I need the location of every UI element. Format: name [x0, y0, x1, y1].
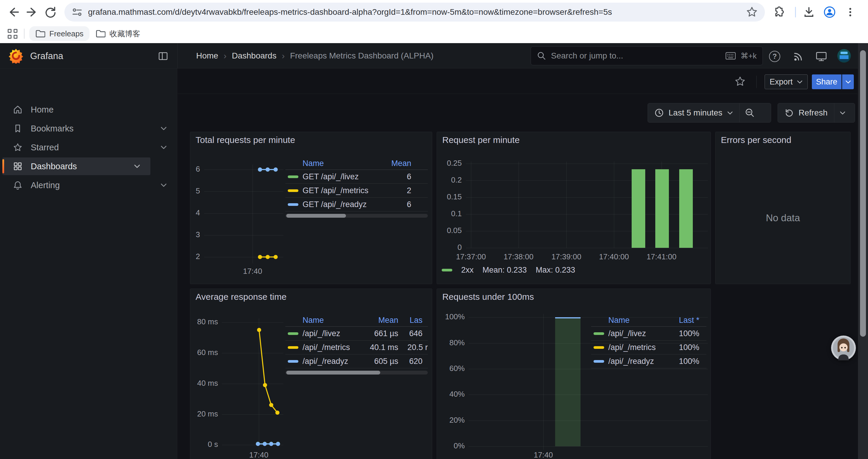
back-icon [10, 8, 18, 16]
share-menu-button[interactable] [842, 74, 854, 89]
panel-title[interactable]: Total requests per minute [195, 135, 295, 145]
legend-header-name[interactable]: Name [303, 159, 379, 168]
sidebar-item-label: Dashboards [31, 162, 77, 171]
site-settings-icon[interactable] [71, 6, 83, 18]
series-label[interactable]: 2xx [461, 266, 473, 275]
y-tick-label: 80% [438, 338, 465, 347]
breadcrumb-separator: › [224, 51, 226, 61]
url-bar[interactable]: grafana.mathmast.com/d/deytv4rwavabkb/fr… [64, 3, 765, 22]
legend-row[interactable]: GET /api/_/livez 6 [285, 170, 428, 184]
time-range-picker[interactable]: Last 5 minutes [648, 103, 740, 122]
back-button[interactable] [6, 5, 21, 19]
browser-menu-button[interactable] [843, 5, 857, 19]
downloads-button[interactable] [802, 5, 816, 19]
data-point [275, 411, 279, 415]
series-color-pill [593, 346, 604, 349]
legend-header-last[interactable]: Last * [671, 316, 706, 325]
extensions-button[interactable] [771, 5, 785, 19]
legend-row[interactable]: GET /api/_/metrics 2 [285, 184, 428, 198]
legend-row[interactable]: /api/_/metrics 100% [591, 340, 706, 355]
help-button[interactable]: ? [768, 50, 781, 63]
apps-grid-icon[interactable] [8, 29, 18, 39]
toolbar-actions [771, 5, 862, 19]
scrollbar-thumb[interactable] [860, 50, 866, 337]
legend-scrollbar[interactable] [285, 214, 428, 218]
chevron-down-icon[interactable] [160, 126, 167, 131]
display-button[interactable] [815, 50, 828, 63]
star-icon [735, 76, 746, 87]
legend-row[interactable]: /api/_/readyz 605 µs 620 [285, 355, 428, 368]
bookmark-star-icon[interactable] [746, 6, 758, 18]
legend-header-mean[interactable]: Mean [362, 316, 398, 325]
sidebar-item-dashboards[interactable]: Dashboards [2, 157, 150, 175]
sidebar-item-starred[interactable]: Starred [0, 138, 177, 157]
y-tick-label: 20% [438, 416, 465, 425]
legend-bottom: 2xx Mean: 0.233 Max: 0.233 [442, 266, 575, 275]
news-button[interactable] [792, 50, 805, 63]
grafana-logo[interactable] [8, 48, 24, 64]
chevron-down-icon[interactable] [160, 145, 167, 150]
breadcrumb-home[interactable]: Home [196, 51, 218, 61]
y-tick-label: 0.15 [440, 192, 462, 201]
refresh-label: Refresh [799, 108, 828, 118]
panel-title[interactable]: Request per minute [442, 135, 520, 145]
puzzle-icon [776, 7, 783, 16]
legend-row[interactable]: /api/_/readyz 100% [591, 355, 706, 368]
zoom-out-button[interactable] [740, 103, 760, 122]
sidebar-item-bookmarks[interactable]: Bookmarks [0, 119, 177, 138]
legend-header-name[interactable]: Name [303, 316, 362, 325]
favorite-dashboard-button[interactable] [733, 75, 747, 88]
forward-button[interactable] [25, 5, 39, 19]
legend-row[interactable]: GET /api/_/readyz 6 [285, 198, 428, 211]
chart-request-per-minute[interactable]: 0.250.20.150.10.05017:37:0017:38:0017:39… [437, 132, 711, 284]
bookmark-blog[interactable]: 收藏博客 [90, 26, 146, 41]
series-color-pill [288, 203, 299, 206]
assistant-avatar[interactable] [831, 335, 856, 360]
keyboard-icon [725, 52, 736, 60]
bar [655, 169, 669, 248]
export-button[interactable]: Export [765, 74, 808, 89]
chevron-down-icon [840, 111, 845, 115]
refresh-interval-button[interactable] [834, 103, 851, 122]
chevron-down-icon [845, 80, 851, 84]
legend-table: Name Last * /api/_/livez 100% /api/_/met… [591, 314, 706, 368]
panel-title[interactable]: Errors per second [721, 135, 791, 145]
user-avatar[interactable] [837, 49, 851, 63]
legend-row[interactable]: /api/_/metrics 40.1 ms 20.5 r [285, 340, 428, 355]
legend-scrollbar[interactable] [285, 371, 428, 374]
series-mean: Mean: 0.233 [483, 266, 527, 275]
data-point [274, 167, 278, 172]
series-color-pill [288, 175, 299, 178]
legend-header-mean[interactable]: Mean [379, 159, 411, 168]
bookmark-freeleaps[interactable]: Freeleaps [29, 26, 90, 41]
grid-line-vertical [614, 162, 614, 248]
sidebar-item-alerting[interactable]: Alerting [0, 176, 177, 195]
page-scrollbar[interactable] [858, 43, 868, 459]
share-button[interactable]: Share [812, 74, 841, 89]
breadcrumb-dashboards[interactable]: Dashboards [232, 51, 277, 61]
grid-line-vertical [519, 162, 519, 248]
legend-row[interactable]: /api/_/livez 100% [591, 327, 706, 340]
reload-button[interactable] [43, 5, 57, 19]
data-point [276, 442, 280, 446]
legend-header-last[interactable]: Las [398, 316, 428, 325]
panel-title[interactable]: Average response time [195, 292, 286, 302]
chevron-down-icon[interactable] [134, 164, 140, 168]
bookmark-label: Freeleaps [49, 29, 84, 38]
legend-row[interactable]: /api/_/livez 661 µs 646 [285, 327, 428, 340]
sidebar-toggle-button[interactable] [158, 51, 168, 61]
sidebar-item-label: Home [31, 105, 54, 114]
legend-header-name[interactable]: Name [608, 316, 671, 325]
refresh-button[interactable]: Refresh [778, 103, 834, 122]
search-icon [537, 51, 546, 61]
y-tick-label: 40% [438, 390, 465, 399]
url-text[interactable]: grafana.mathmast.com/d/deytv4rwavabkb/fr… [88, 7, 746, 17]
chevron-down-icon[interactable] [160, 183, 167, 187]
data-point [274, 255, 278, 259]
search-input[interactable]: Search or jump to... ⌘+k [531, 46, 763, 65]
sidebar-item-home[interactable]: Home [0, 100, 177, 119]
series-color-pill[interactable] [442, 269, 452, 271]
panel-title[interactable]: Requests under 100ms [442, 292, 534, 302]
profile-button[interactable] [823, 5, 837, 19]
chevron-down-icon [797, 80, 803, 84]
